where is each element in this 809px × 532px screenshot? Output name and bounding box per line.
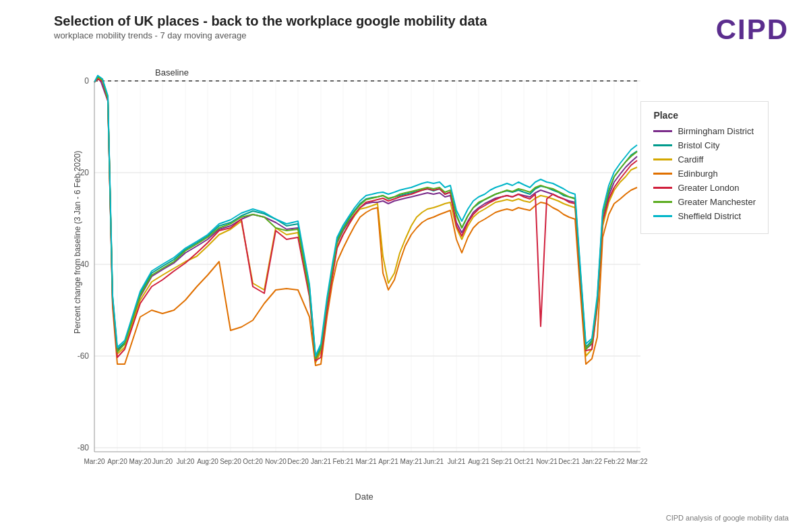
chart-area: Baseline 0 -20 -40 -60 -80 Mar:20 Apr:20… bbox=[74, 47, 654, 485]
line-cardiff bbox=[94, 78, 637, 363]
legend-item-london: Greater London bbox=[653, 183, 756, 193]
svg-text:Jan:21: Jan:21 bbox=[311, 458, 331, 465]
legend-label-london: Greater London bbox=[678, 183, 739, 193]
legend-line-london bbox=[653, 187, 672, 189]
line-bristol bbox=[94, 76, 637, 357]
footer-note: CIPD analysis of google mobility data bbox=[666, 514, 789, 522]
svg-text:Baseline: Baseline bbox=[155, 67, 189, 78]
line-birmingham bbox=[94, 78, 637, 361]
svg-text:0: 0 bbox=[84, 76, 89, 86]
svg-text:Sep:20: Sep:20 bbox=[220, 458, 241, 465]
legend-item-cardiff: Cardiff bbox=[653, 154, 756, 165]
svg-text:Jul:21: Jul:21 bbox=[448, 458, 466, 465]
legend-line-manchester bbox=[653, 201, 672, 203]
legend-line-bristol bbox=[653, 144, 672, 146]
svg-text:Dec:21: Dec:21 bbox=[558, 458, 580, 465]
svg-text:-80: -80 bbox=[78, 443, 90, 452]
svg-text:Mar:21: Mar:21 bbox=[355, 458, 377, 465]
legend-item-sheffield: Sheffield District bbox=[653, 211, 756, 221]
svg-text:-60: -60 bbox=[78, 351, 90, 361]
svg-text:May:21: May:21 bbox=[400, 458, 423, 465]
legend-title: Place bbox=[653, 110, 756, 121]
svg-text:Jun:20: Jun:20 bbox=[152, 458, 173, 465]
svg-text:-40: -40 bbox=[78, 260, 90, 269]
svg-text:Feb:21: Feb:21 bbox=[332, 458, 354, 465]
svg-text:Oct:20: Oct:20 bbox=[243, 458, 263, 465]
line-london bbox=[94, 79, 637, 361]
svg-text:Jan:22: Jan:22 bbox=[582, 458, 602, 465]
x-axis-label: Date bbox=[74, 492, 654, 502]
legend-item-bristol: Bristol City bbox=[653, 140, 756, 150]
svg-text:Dec:20: Dec:20 bbox=[287, 458, 309, 465]
svg-text:Jul:20: Jul:20 bbox=[177, 458, 195, 465]
legend-line-birmingham bbox=[653, 130, 672, 132]
legend-item-manchester: Greater Manchester bbox=[653, 197, 756, 207]
svg-text:Mar:22: Mar:22 bbox=[626, 458, 648, 465]
chart-container: Selection of UK places - back to the wor… bbox=[0, 0, 809, 532]
svg-text:Mar:20: Mar:20 bbox=[84, 458, 105, 465]
svg-text:Nov:20: Nov:20 bbox=[265, 458, 287, 465]
svg-text:Oct:21: Oct:21 bbox=[514, 458, 534, 465]
line-edinburgh bbox=[94, 77, 637, 365]
legend-item-edinburgh: Edinburgh bbox=[653, 169, 756, 179]
legend-label-birmingham: Birmingham District bbox=[678, 126, 754, 136]
legend-label-cardiff: Cardiff bbox=[678, 154, 703, 165]
legend-item-birmingham: Birmingham District bbox=[653, 126, 756, 136]
svg-text:Feb:22: Feb:22 bbox=[603, 458, 625, 465]
legend-label-sheffield: Sheffield District bbox=[678, 211, 741, 221]
svg-text:Sep:21: Sep:21 bbox=[491, 458, 512, 465]
svg-text:May:20: May:20 bbox=[129, 458, 152, 465]
chart-subtitle: workplace mobility trends - 7 day moving… bbox=[54, 30, 789, 40]
line-manchester bbox=[94, 77, 637, 359]
svg-text:Apr:21: Apr:21 bbox=[378, 458, 398, 465]
line-sheffield bbox=[94, 76, 637, 356]
svg-text:Apr:20: Apr:20 bbox=[107, 458, 127, 465]
legend-label-manchester: Greater Manchester bbox=[678, 197, 756, 207]
chart-title: Selection of UK places - back to the wor… bbox=[54, 13, 789, 29]
svg-text:-20: -20 bbox=[78, 168, 90, 177]
cipd-logo: CIPD bbox=[716, 13, 789, 46]
svg-text:Aug:20: Aug:20 bbox=[197, 458, 218, 465]
svg-text:Aug:21: Aug:21 bbox=[468, 458, 489, 465]
legend-line-edinburgh bbox=[653, 173, 672, 175]
legend-line-sheffield bbox=[653, 215, 672, 217]
svg-text:Nov:21: Nov:21 bbox=[536, 458, 558, 465]
chart-svg: Baseline 0 -20 -40 -60 -80 Mar:20 Apr:20… bbox=[74, 47, 654, 485]
legend-label-bristol: Bristol City bbox=[678, 140, 719, 150]
legend-line-cardiff bbox=[653, 158, 672, 160]
chart-legend: Place Birmingham District Bristol City C… bbox=[640, 101, 769, 234]
legend-label-edinburgh: Edinburgh bbox=[678, 169, 717, 179]
svg-text:Jun:21: Jun:21 bbox=[423, 458, 444, 465]
